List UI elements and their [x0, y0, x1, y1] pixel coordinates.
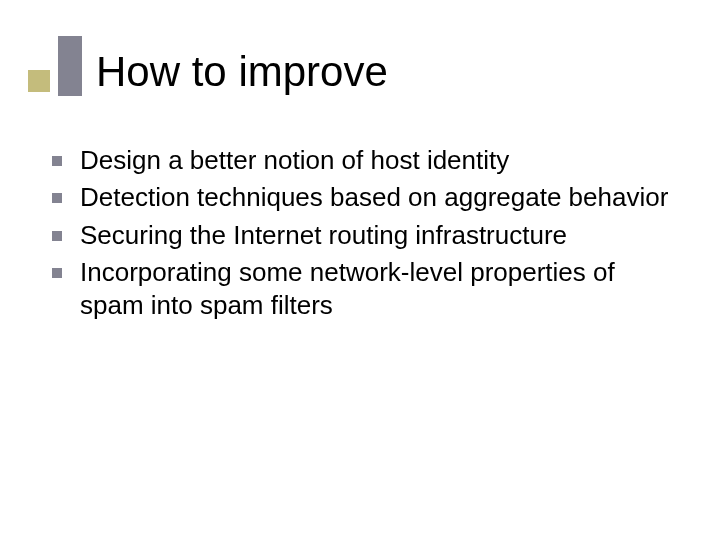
bullet-icon: [52, 268, 62, 278]
bullet-icon: [52, 231, 62, 241]
bullet-text: Design a better notion of host identity: [80, 144, 509, 177]
bullet-icon: [52, 193, 62, 203]
decorative-bar: [58, 36, 82, 96]
list-item: Securing the Internet routing infrastruc…: [52, 219, 676, 252]
list-item: Incorporating some network-level propert…: [52, 256, 676, 323]
decorative-square: [28, 70, 50, 92]
bullet-text: Securing the Internet routing infrastruc…: [80, 219, 567, 252]
slide: How to improve Design a better notion of…: [0, 0, 720, 540]
bullet-text: Detection techniques based on aggregate …: [80, 181, 668, 214]
list-item: Design a better notion of host identity: [52, 144, 676, 177]
list-item: Detection techniques based on aggregate …: [52, 181, 676, 214]
title-bar: How to improve: [28, 36, 388, 96]
bullet-icon: [52, 156, 62, 166]
bullet-text: Incorporating some network-level propert…: [80, 256, 676, 323]
content-area: Design a better notion of host identity …: [52, 144, 676, 326]
slide-title: How to improve: [96, 48, 388, 96]
